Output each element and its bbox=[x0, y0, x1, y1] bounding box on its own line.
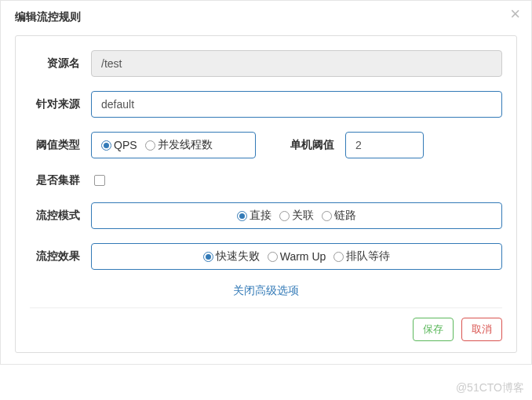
mode-group: 直接 关联 链路 bbox=[91, 202, 502, 229]
modal-body: 资源名 针对来源 阈值类型 QPS 并发线程数 bbox=[15, 35, 517, 353]
radio-effect-queue-input[interactable] bbox=[333, 252, 344, 262]
label-single-threshold: 单机阈值 bbox=[290, 138, 334, 152]
radio-mode-chain-input[interactable] bbox=[322, 211, 332, 221]
radio-thread-label: 并发线程数 bbox=[158, 138, 213, 152]
row-threshold: 阈值类型 QPS 并发线程数 单机阈值 bbox=[30, 132, 502, 158]
radio-effect-warmup[interactable]: Warm Up bbox=[268, 250, 326, 263]
radio-effect-queue[interactable]: 排队等待 bbox=[333, 249, 390, 264]
label-resource: 资源名 bbox=[30, 56, 91, 71]
radio-effect-warmup-input[interactable] bbox=[268, 252, 278, 262]
radio-mode-relate-input[interactable] bbox=[279, 211, 290, 221]
label-effect: 流控效果 bbox=[30, 249, 91, 264]
row-resource: 资源名 bbox=[30, 50, 502, 77]
radio-mode-relate[interactable]: 关联 bbox=[279, 209, 314, 223]
label-cluster: 是否集群 bbox=[30, 173, 91, 187]
radio-effect-warmup-label: Warm Up bbox=[280, 250, 326, 263]
radio-effect-failfast[interactable]: 快速失败 bbox=[203, 249, 260, 264]
row-cluster: 是否集群 bbox=[30, 173, 502, 188]
modal-title: 编辑流控规则 bbox=[15, 10, 81, 23]
radio-thread[interactable]: 并发线程数 bbox=[145, 138, 213, 152]
radio-mode-direct[interactable]: 直接 bbox=[237, 209, 271, 223]
radio-qps-label: QPS bbox=[114, 139, 137, 151]
label-threshold-type: 阈值类型 bbox=[30, 138, 91, 152]
radio-effect-queue-label: 排队等待 bbox=[346, 249, 390, 264]
cancel-button[interactable]: 取消 bbox=[461, 318, 502, 341]
single-threshold-input[interactable] bbox=[345, 132, 424, 158]
label-limit-app: 针对来源 bbox=[30, 97, 91, 111]
radio-mode-chain[interactable]: 链路 bbox=[322, 209, 356, 223]
radio-mode-relate-label: 关联 bbox=[292, 209, 314, 223]
threshold-type-group: QPS 并发线程数 bbox=[91, 132, 256, 158]
radio-qps[interactable]: QPS bbox=[101, 139, 137, 151]
radio-mode-direct-label: 直接 bbox=[250, 209, 271, 223]
footer-separator bbox=[30, 307, 502, 308]
modal-footer: 保存 取消 bbox=[30, 318, 502, 341]
effect-group: 快速失败 Warm Up 排队等待 bbox=[91, 243, 502, 270]
close-icon[interactable]: × bbox=[510, 5, 520, 23]
radio-mode-chain-label: 链路 bbox=[334, 209, 356, 223]
radio-mode-direct-input[interactable] bbox=[237, 211, 247, 221]
radio-qps-input[interactable] bbox=[101, 140, 111, 151]
modal-header: 编辑流控规则 × bbox=[1, 1, 531, 32]
row-mode: 流控模式 直接 关联 链路 bbox=[30, 202, 502, 229]
label-mode: 流控模式 bbox=[30, 209, 91, 223]
watermark: @51CTO博客 bbox=[456, 381, 524, 395]
cluster-checkbox[interactable] bbox=[94, 175, 105, 186]
edit-flow-rule-modal: 编辑流控规则 × 资源名 针对来源 阈值类型 QPS bbox=[0, 0, 532, 365]
radio-effect-failfast-input[interactable] bbox=[203, 252, 213, 262]
radio-thread-input[interactable] bbox=[145, 140, 155, 151]
toggle-advanced-link[interactable]: 关闭高级选项 bbox=[30, 284, 502, 298]
row-limit-app: 针对来源 bbox=[30, 91, 502, 118]
save-button[interactable]: 保存 bbox=[413, 318, 454, 341]
limit-app-input[interactable] bbox=[91, 91, 502, 118]
row-effect: 流控效果 快速失败 Warm Up 排队等待 bbox=[30, 243, 502, 270]
radio-effect-failfast-label: 快速失败 bbox=[216, 249, 260, 264]
resource-input bbox=[91, 50, 502, 77]
